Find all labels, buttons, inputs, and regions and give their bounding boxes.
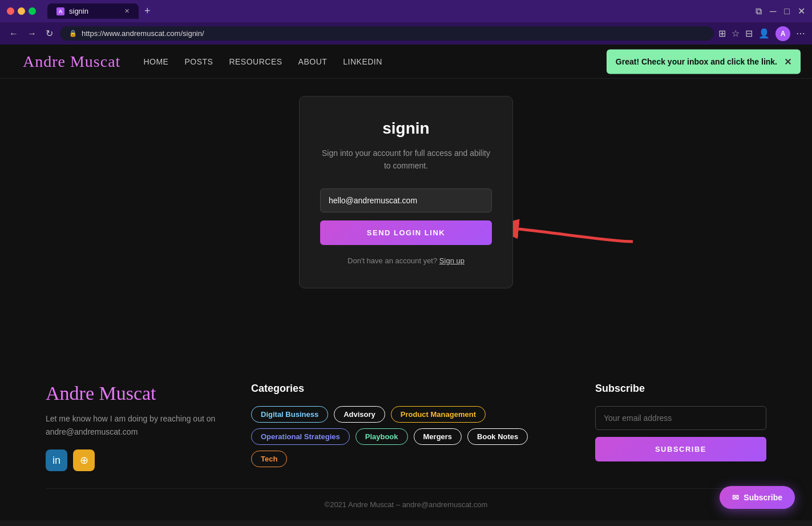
notification-text: Great! Check your inbox and click the li… — [616, 57, 777, 66]
nav-posts[interactable]: POSTS — [184, 57, 213, 66]
categories-grid: Digital Business Advisory Product Manage… — [251, 406, 561, 467]
user-avatar[interactable]: A — [775, 26, 790, 41]
browser-toolbar: ← → ↻ 🔒 https://www.andremuscat.com/sign… — [0, 22, 812, 45]
tab-bar: A signin ✕ + — [41, 3, 161, 19]
signin-description: Sign into your account for full access a… — [320, 147, 492, 172]
linkedin-icon[interactable]: in — [46, 449, 67, 471]
categories-title: Categories — [251, 383, 561, 395]
footer-categories: Categories Digital Business Advisory Pro… — [251, 383, 561, 471]
site-footer: Andre Muscat Let me know how I am doing … — [0, 360, 812, 520]
category-product-management[interactable]: Product Management — [391, 406, 486, 423]
footer-bottom: ©2021 Andre Muscat – andre@andremuscat.c… — [46, 488, 766, 509]
minimize-icon[interactable]: ─ — [770, 6, 776, 17]
notification-close[interactable]: ✕ — [784, 56, 791, 67]
window-close-icon[interactable]: ✕ — [798, 6, 805, 17]
extensions-icon[interactable]: ⊞ — [718, 28, 726, 39]
send-login-button[interactable]: SEND LOGIN LINK — [320, 220, 492, 245]
forward-button[interactable]: → — [25, 26, 39, 41]
signin-title: signin — [382, 119, 429, 138]
nav-about[interactable]: ABOUT — [298, 57, 328, 66]
nav-resources[interactable]: RESOURCES — [229, 57, 282, 66]
window-max-btn[interactable] — [29, 7, 36, 15]
nav-linkedin[interactable]: LINKEDIN — [343, 57, 382, 66]
favorites-icon[interactable]: ☆ — [732, 28, 740, 39]
window-controls — [7, 7, 36, 15]
category-digital-business[interactable]: Digital Business — [251, 406, 328, 423]
envelope-icon: ✉ — [732, 493, 739, 502]
floating-subscribe-button[interactable]: ✉ Subscribe — [720, 486, 795, 509]
subscribe-title: Subscribe — [595, 383, 766, 395]
category-book-notes[interactable]: Book Notes — [467, 428, 528, 445]
signup-link[interactable]: Sign up — [439, 256, 464, 265]
collections-icon[interactable]: ⊟ — [745, 28, 753, 39]
lock-icon: 🔒 — [69, 30, 77, 37]
footer-logo: Andre Muscat — [46, 383, 217, 404]
toolbar-actions: ⊞ ☆ ⊟ 👤 A ⋯ — [718, 26, 805, 41]
notification-banner: Great! Check your inbox and click the li… — [607, 49, 801, 74]
restore-icon[interactable]: □ — [784, 6, 790, 17]
footer-subscribe: Subscribe SUBSCRIBE — [595, 383, 766, 471]
profile-icon[interactable]: 👤 — [758, 28, 770, 39]
red-arrow-indicator — [513, 207, 639, 255]
new-tab-button[interactable]: + — [141, 5, 154, 17]
menu-icon[interactable]: ⋯ — [796, 28, 805, 39]
window-min-btn[interactable] — [18, 7, 25, 15]
url-text: https://www.andremuscat.com/signin/ — [82, 29, 204, 38]
browser-titlebar: A signin ✕ + ⧉ ─ □ ✕ — [0, 0, 812, 22]
email-input[interactable] — [320, 188, 492, 212]
signin-card: signin Sign into your account for full a… — [299, 96, 513, 288]
floating-subscribe-label: Subscribe — [744, 493, 782, 502]
tab-close-btn[interactable]: ✕ — [124, 7, 130, 15]
browser-chrome: A signin ✕ + ⧉ ─ □ ✕ ← → ↻ 🔒 https://www… — [0, 0, 812, 45]
tab-favicon: A — [56, 7, 64, 15]
site-wrapper: Andre Muscat HOME POSTS RESOURCES ABOUT … — [0, 45, 812, 520]
copyright-text: ©2021 Andre Muscat – andre@andremuscat.c… — [325, 500, 488, 509]
nav-home[interactable]: HOME — [143, 57, 168, 66]
signup-text: Don't have an account yet? Sign up — [348, 256, 464, 265]
category-playbook[interactable]: Playbook — [355, 428, 408, 445]
window-close-btn[interactable] — [7, 7, 14, 15]
site-main: signin Sign into your account for full a… — [0, 79, 812, 360]
footer-grid: Andre Muscat Let me know how I am doing … — [46, 383, 766, 471]
address-bar[interactable]: 🔒 https://www.andremuscat.com/signin/ — [60, 26, 714, 41]
site-nav: Andre Muscat HOME POSTS RESOURCES ABOUT … — [0, 45, 812, 79]
subscribe-email-input[interactable] — [595, 406, 766, 430]
category-tech[interactable]: Tech — [251, 451, 287, 467]
footer-description: Let me know how I am doing by reaching o… — [46, 412, 217, 438]
social-icons: in ⊕ — [46, 449, 217, 471]
footer-brand: Andre Muscat Let me know how I am doing … — [46, 383, 217, 471]
category-mergers[interactable]: Mergers — [414, 428, 462, 445]
tab-label: signin — [69, 7, 88, 15]
category-operational-strategies[interactable]: Operational Strategies — [251, 428, 350, 445]
subscribe-button[interactable]: SUBSCRIBE — [595, 437, 766, 461]
browser-tab[interactable]: A signin ✕ — [47, 3, 139, 19]
site-logo[interactable]: Andre Muscat — [23, 53, 120, 71]
back-button[interactable]: ← — [7, 26, 21, 41]
nav-links: HOME POSTS RESOURCES ABOUT LINKEDIN — [143, 57, 382, 66]
rss-icon[interactable]: ⊕ — [73, 449, 95, 471]
refresh-button[interactable]: ↻ — [43, 26, 55, 41]
category-advisory[interactable]: Advisory — [334, 406, 385, 423]
cast-icon[interactable]: ⧉ — [756, 6, 762, 17]
